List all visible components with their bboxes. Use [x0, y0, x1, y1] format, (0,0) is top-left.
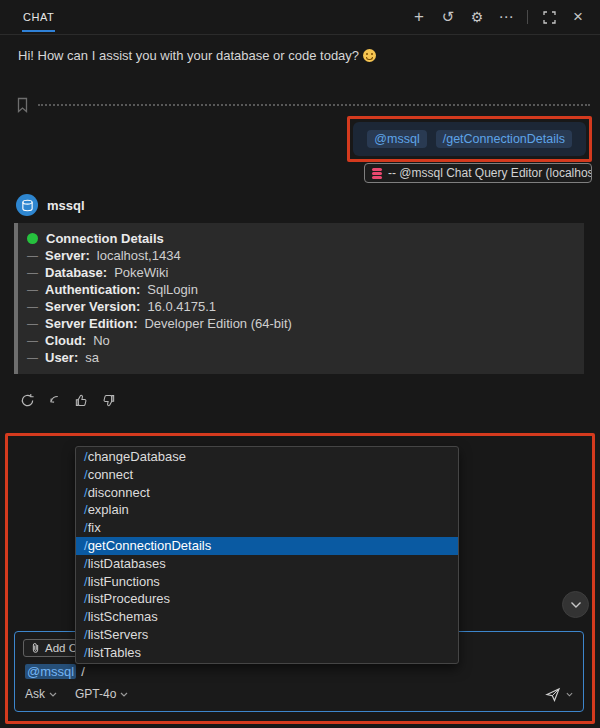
model-label: GPT-4o: [75, 687, 116, 701]
smile-emoji-icon: [363, 49, 376, 62]
database-icon: [372, 168, 382, 179]
model-dropdown[interactable]: GPT-4o: [75, 687, 128, 701]
command-item[interactable]: /listSchemas: [76, 608, 458, 626]
command-item[interactable]: /listTables: [76, 644, 458, 662]
tab-chat[interactable]: CHAT: [22, 2, 55, 32]
thumbs-down-icon[interactable]: [99, 391, 117, 409]
response-actions: [0, 374, 600, 409]
request-separator: [16, 97, 590, 113]
connection-field-row: —User:sa: [27, 349, 572, 366]
bookmark-icon[interactable]: [16, 97, 29, 113]
assistant-greeting: Hi! How can I assist you with your datab…: [0, 35, 600, 63]
command-item[interactable]: /disconnect: [76, 484, 458, 502]
connection-field-row: —Cloud:No: [27, 332, 572, 349]
connection-field-row: —Database:PokeWiki: [27, 264, 572, 281]
chevron-down-icon: [566, 692, 573, 697]
add-context-label: Add C: [45, 642, 77, 654]
new-chat-icon[interactable]: +: [411, 9, 427, 25]
user-request-row: @mssql /getConnectionDetails: [0, 116, 600, 162]
mode-label: Ask: [25, 687, 45, 701]
command-item[interactable]: /getConnectionDetails: [76, 537, 458, 555]
command-item[interactable]: /listFunctions: [76, 573, 458, 591]
agent-name: mssql: [47, 198, 85, 213]
connection-details-title: Connection Details: [46, 231, 164, 246]
status-green-dot: [27, 233, 38, 244]
command-item[interactable]: /listDatabases: [76, 555, 458, 573]
command-item[interactable]: /fix: [76, 519, 458, 537]
command-item[interactable]: /connect: [76, 466, 458, 484]
agent-mention-chip: @mssql: [367, 130, 426, 148]
command-item[interactable]: /explain: [76, 501, 458, 519]
command-item[interactable]: /changeDatabase: [76, 448, 458, 466]
connection-field-row: —Server Version:16.0.4175.1: [27, 298, 572, 315]
context-attachment-label: -- @mssql Chat Query Editor (localhost,1: [388, 166, 592, 180]
dashed-divider: [38, 104, 590, 106]
typed-text: /: [81, 664, 85, 679]
mention-chip: @mssql: [25, 664, 76, 679]
mssql-avatar: [16, 194, 38, 216]
input-controls: Ask GPT-4o: [25, 684, 573, 704]
context-attachment[interactable]: -- @mssql Chat Query Editor (localhost,1: [364, 163, 592, 183]
chevron-down-icon: [49, 692, 57, 697]
command-item[interactable]: /listProcedures: [76, 590, 458, 608]
mode-dropdown[interactable]: Ask: [25, 687, 57, 701]
connection-details-block: Connection Details —Server:localhost,143…: [14, 223, 584, 374]
context-row: -- @mssql Chat Query Editor (localhost,1: [0, 163, 600, 183]
chevron-down-icon: [120, 692, 128, 697]
connection-field-row: —Authentication:SqlLogin: [27, 281, 572, 298]
connection-details-title-row: Connection Details: [27, 229, 572, 247]
send-icon: [545, 687, 561, 702]
slash-command-chip: /getConnectionDetails: [436, 130, 572, 148]
close-icon[interactable]: ×: [570, 9, 586, 25]
send-button[interactable]: [545, 687, 573, 702]
user-message-bubble: @mssql /getConnectionDetails: [353, 122, 586, 156]
history-icon[interactable]: ↺: [440, 9, 456, 25]
panel-titlebar: CHAT + ↺ ⚙ ⋯ ×: [0, 0, 600, 35]
maximize-icon[interactable]: [541, 9, 557, 25]
response-header: mssql: [0, 183, 600, 223]
command-item[interactable]: /listServers: [76, 626, 458, 644]
titlebar-actions: + ↺ ⚙ ⋯ ×: [411, 9, 586, 25]
connection-field-row: —Server Edition:Developer Edition (64-bi…: [27, 315, 572, 332]
paperclip-icon: [31, 642, 40, 654]
more-actions-icon[interactable]: ⋯: [498, 9, 514, 25]
thumbs-up-icon[interactable]: [72, 391, 90, 409]
connection-field-row: —Server:localhost,1434: [27, 247, 572, 264]
scroll-to-bottom-button[interactable]: [562, 591, 589, 618]
command-menu: /changeDatabase/connect/disconnect/expla…: [75, 446, 459, 664]
rerun-icon[interactable]: [18, 391, 36, 409]
titlebar-divider: [527, 10, 528, 24]
connection-fields: —Server:localhost,1434—Database:PokeWiki…: [27, 247, 572, 366]
greeting-text: Hi! How can I assist you with your datab…: [18, 48, 359, 63]
highlight-box-request: @mssql /getConnectionDetails: [347, 116, 592, 162]
settings-gear-icon[interactable]: ⚙: [469, 9, 485, 25]
retry-icon[interactable]: [45, 391, 63, 409]
chat-input-text[interactable]: @mssql /: [25, 664, 85, 679]
